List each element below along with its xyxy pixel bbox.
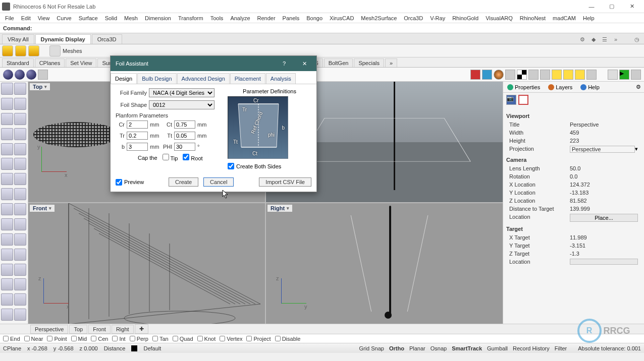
tool-icon[interactable] [540, 70, 550, 80]
tab-help[interactable]: Help [576, 83, 604, 92]
menu-panels[interactable]: Panels [280, 14, 303, 22]
tool-icon[interactable] [470, 70, 480, 80]
add-view-button[interactable]: ✚ [135, 324, 148, 334]
cancel-button[interactable]: Cancel [203, 177, 234, 187]
menu-bongo[interactable]: Bongo [303, 14, 326, 22]
chevron-down-icon[interactable]: ▾ [635, 146, 638, 153]
tool-icon[interactable] [1, 249, 13, 261]
tool-icon[interactable] [14, 158, 26, 170]
import-csv-button[interactable]: Import CSV File [259, 177, 311, 187]
shade-ball-icon[interactable] [3, 70, 13, 80]
dialog-tab[interactable]: Design [111, 73, 137, 84]
preview-checkbox[interactable]: Preview [116, 179, 144, 186]
status-toggle[interactable]: Record History [513, 345, 550, 351]
tool-icon[interactable] [1, 188, 13, 200]
tool-icon[interactable] [14, 128, 26, 140]
tool-icon[interactable] [1, 113, 13, 125]
tool-icon[interactable] [2, 45, 13, 56]
snap-mid[interactable]: Mid [71, 336, 87, 342]
tool-icon[interactable] [1, 264, 13, 276]
status-toggle[interactable]: Osnap [431, 345, 447, 351]
snap-end[interactable]: End [3, 336, 20, 342]
command-line[interactable]: Command: [0, 23, 644, 33]
close-icon[interactable]: ✕ [297, 61, 311, 67]
menu-help[interactable]: Help [580, 14, 598, 22]
tab-properties[interactable]: Properties [503, 83, 544, 92]
tool-tab[interactable]: Set View [66, 58, 96, 67]
tool-icon[interactable] [14, 98, 26, 110]
root-checkbox[interactable]: Root [183, 154, 202, 161]
minimize-button[interactable]: — [581, 1, 602, 13]
menu-curve[interactable]: Curve [53, 14, 74, 22]
play-icon[interactable]: ▶ [619, 70, 629, 80]
status-toggle[interactable]: Filter [555, 345, 567, 351]
menu-v-ray[interactable]: V-Ray [427, 14, 448, 22]
menu-edit[interactable]: Edit [18, 14, 34, 22]
tab-layers[interactable]: Layers [544, 83, 576, 92]
phi-input[interactable] [174, 143, 195, 151]
plugin-tab[interactable]: Dynamic Display [35, 34, 91, 44]
frame-icon[interactable] [518, 95, 528, 105]
tool-icon[interactable] [38, 70, 48, 80]
viewport-label-right[interactable]: Right [267, 204, 293, 212]
menu-dimension[interactable]: Dimension [142, 14, 174, 22]
status-toggle[interactable]: Gumball [487, 345, 508, 351]
menu-mesh2surface[interactable]: Mesh2Surface [358, 14, 400, 22]
gear-icon[interactable]: ⚙ [633, 84, 644, 90]
dialog-tab[interactable]: Analysis [266, 73, 296, 84]
projection-select[interactable]: Perspective [570, 146, 635, 153]
tool-icon[interactable] [1, 233, 13, 246]
view-tab[interactable]: Front [88, 325, 111, 334]
tool-icon[interactable] [608, 70, 618, 80]
snap-near[interactable]: Near [24, 336, 43, 342]
menu-madcam[interactable]: madCAM [550, 14, 579, 22]
maximize-button[interactable]: ▢ [602, 1, 622, 13]
dialog-titlebar[interactable]: Foil Assistant ? ✕ [111, 56, 316, 71]
snap-disable[interactable]: Disable [275, 336, 301, 342]
tool-icon[interactable] [482, 70, 492, 80]
cr-input[interactable] [127, 121, 148, 129]
tool-icon[interactable] [494, 70, 504, 80]
view-tab[interactable]: Top [69, 325, 87, 334]
tool-icon[interactable] [1, 83, 13, 95]
tt-input[interactable] [174, 132, 195, 140]
menu-rhinonest[interactable]: RhinoNest [517, 14, 549, 22]
layer-swatch[interactable] [131, 345, 137, 351]
tip-checkbox[interactable]: Tip [163, 154, 178, 161]
ct-input[interactable] [174, 121, 195, 129]
menu-solid[interactable]: Solid [102, 14, 120, 22]
tool-icon[interactable] [28, 45, 39, 56]
menu-orca3d[interactable]: Orca3D [401, 14, 426, 22]
tool-icon[interactable] [14, 264, 26, 276]
menu-tools[interactable]: Tools [207, 14, 227, 22]
both-sides-checkbox[interactable]: Create Both Sides [228, 163, 311, 169]
status-toggle[interactable]: Ortho [389, 345, 404, 351]
view-tab[interactable]: Perspective [30, 325, 68, 334]
plugin-tab[interactable]: Orca3D [92, 34, 122, 44]
tool-icon[interactable] [1, 173, 13, 185]
tool-icon[interactable] [1, 128, 13, 140]
menu-mesh[interactable]: Mesh [121, 14, 141, 22]
diamond-icon[interactable]: ◆ [588, 35, 599, 44]
place-button[interactable] [570, 259, 638, 265]
viewport-front[interactable]: Front x z [28, 203, 265, 324]
tool-icon[interactable] [15, 45, 26, 56]
stopwatch-icon[interactable]: ◷ [632, 35, 642, 44]
tool-icon[interactable] [631, 70, 641, 80]
tool-tab[interactable]: Specials [354, 58, 384, 67]
status-toggle[interactable]: Grid Snap [359, 345, 384, 351]
plugin-tab[interactable]: VRay All [2, 34, 34, 44]
dialog-tab[interactable]: Advanced Design [177, 73, 230, 84]
tool-icon[interactable] [552, 70, 562, 80]
tool-icon[interactable] [14, 173, 26, 185]
chevrons-icon[interactable]: » [385, 58, 397, 67]
status-toggle[interactable]: SmartTrack [452, 345, 482, 351]
tool-icon[interactable] [1, 158, 13, 170]
tool-icon[interactable] [563, 70, 573, 80]
shade-ball-icon[interactable] [26, 70, 36, 80]
status-toggle[interactable]: Planar [409, 345, 425, 351]
tool-icon[interactable] [575, 70, 585, 80]
tool-icon[interactable] [14, 233, 26, 246]
tool-icon[interactable] [586, 70, 597, 80]
tool-icon[interactable] [14, 188, 26, 200]
